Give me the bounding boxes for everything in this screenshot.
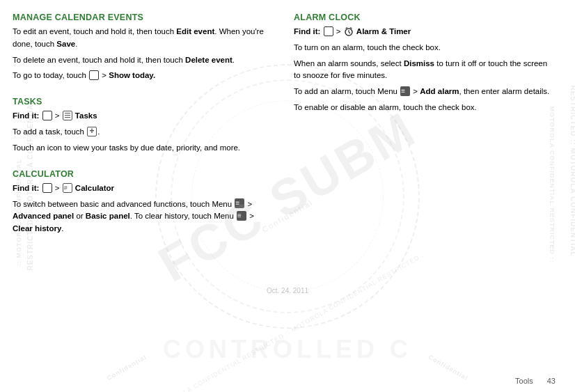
calculator-title: CALCULATOR (13, 169, 273, 179)
alarm-find-it: Find it: > Alarm & Timer (294, 26, 554, 38)
menu-icon-alarm-1 (400, 86, 410, 96)
manage-para-2: To delete an event, touch and hold it, t… (13, 54, 273, 67)
alarm-para-4: To enable or disable an alarm, touch the… (294, 102, 554, 114)
show-today-bold: Show today. (109, 71, 155, 79)
alarm-timer-label: Alarm & Timer (356, 27, 411, 36)
two-column-layout: MANAGE CALENDAR EVENTS To edit an event,… (13, 13, 554, 379)
calc-icon (63, 183, 72, 193)
plus-icon: + (87, 127, 97, 136)
page-footer: Tools 43 (515, 377, 556, 385)
tasks-title: TASKS (13, 97, 273, 107)
edit-event-bold: Edit event (176, 27, 214, 36)
menu-icon-calc-1 (235, 198, 244, 208)
alarm-clock-icon (344, 26, 354, 36)
manage-para-1: To edit an event, touch and hold it, the… (13, 26, 273, 51)
alarm-para-3: To add an alarm, touch Menu > Add alarm,… (294, 86, 554, 98)
calc-label: Calculator (75, 184, 114, 192)
section-manage-calendar: MANAGE CALENDAR EVENTS To edit an event,… (13, 13, 273, 86)
advanced-panel-bold: Advanced panel (13, 212, 74, 220)
section-tasks: TASKS Find it: > Tasks To add a task, to… (13, 97, 273, 157)
calc-find-it: Find it: > Calculator (13, 182, 273, 195)
find-it-label-alarm: Find it: (294, 27, 320, 36)
find-it-label-tasks: Find it: (13, 111, 39, 120)
basic-panel-bold: Basic panel (86, 212, 130, 220)
page-number: 43 (547, 377, 556, 385)
tasks-body: Find it: > Tasks To add a task, touch +.… (13, 110, 273, 154)
footer-label: Tools (515, 377, 533, 385)
left-column: MANAGE CALENDAR EVENTS To edit an event,… (13, 13, 273, 379)
save-bold: Save (56, 40, 75, 48)
clear-history-bold: Clear history (13, 224, 61, 233)
menu-icon-calc-2 (237, 211, 246, 221)
section-alarm: ALARM CLOCK Find it: > (294, 13, 554, 118)
calc-para-1: To switch between basic and advanced fun… (13, 198, 273, 235)
add-alarm-bold: Add alarm (420, 87, 459, 95)
manage-para-3: To go to today, touch > Show today. (13, 70, 273, 82)
calculator-body: Find it: > Calculator To switch between … (13, 182, 273, 235)
page-container: FCC SUBM RESTRICTED :: MOTOROLA CONFIDEN… (0, 0, 575, 392)
rot-right-1: RESTRICTED :: MOTOROLA CONFIDENTIAL (569, 85, 575, 256)
home-icon-calc (42, 183, 52, 193)
home-icon-alarm (324, 26, 333, 36)
manage-calendar-body: To edit an event, touch and hold it, the… (13, 26, 273, 82)
alarm-body: Find it: > Alarm & Timer To (294, 26, 554, 114)
section-calculator: CALCULATOR Find it: > Calculator To swit… (13, 169, 273, 239)
svg-line-2 (349, 32, 350, 33)
alarm-para-2: When an alarm sounds, select Dismiss to … (294, 58, 554, 83)
delete-event-bold: Delete event (185, 56, 233, 64)
find-it-label-calc: Find it: (13, 184, 39, 192)
alarm-title: ALARM CLOCK (294, 13, 554, 22)
dismiss-bold: Dismiss (404, 59, 434, 68)
home-icon-tasks (42, 111, 52, 120)
tasks-icon (63, 111, 72, 120)
manage-calendar-title: MANAGE CALENDAR EVENTS (13, 13, 273, 22)
tasks-para-1: To add a task, touch +. (13, 126, 273, 139)
tasks-para-2: Touch an icon to view your tasks by due … (13, 142, 273, 155)
right-column: ALARM CLOCK Find it: > (294, 13, 554, 379)
tasks-label: Tasks (75, 111, 97, 120)
alarm-para-1: To turn on an alarm, touch the check box… (294, 42, 554, 54)
tasks-find-it: Find it: > Tasks (13, 110, 273, 123)
home-icon (89, 70, 99, 80)
